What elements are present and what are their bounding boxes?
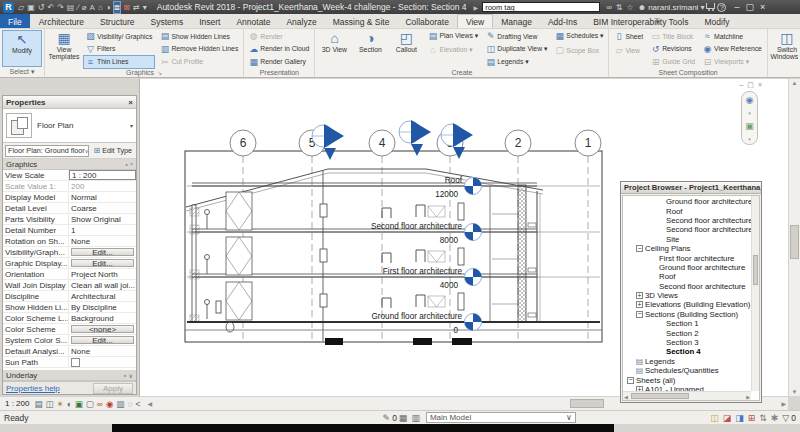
view-control-icon[interactable]: ◫: [46, 398, 54, 410]
zoom-icon[interactable]: ▣: [745, 121, 754, 131]
ribbon-small-button[interactable]: ▽Filters: [84, 43, 154, 55]
tree-expand-icon[interactable]: [636, 367, 643, 374]
scroll-thumb[interactable]: [570, 399, 604, 408]
tree-item[interactable]: Section 3: [623, 338, 759, 347]
view-control-icon[interactable]: ▣: [75, 398, 83, 410]
minimize-button[interactable]: –: [734, 2, 739, 12]
tree-item[interactable]: Sheets (all): [623, 375, 759, 384]
qat-icon[interactable]: ↺: [38, 2, 45, 13]
ribbon-small-button[interactable]: ◫Duplicate View ▾: [484, 43, 549, 55]
help-icon[interactable]: ?: [717, 3, 726, 12]
dialog-launcher-icon[interactable]: ↘: [157, 69, 162, 76]
type-selector[interactable]: Floor Plan ▾: [3, 109, 136, 143]
status-icon[interactable]: ◫: [710, 413, 719, 423]
tree-item[interactable]: Second floor architecture: [623, 216, 759, 225]
tree-expand-icon[interactable]: [650, 283, 657, 290]
ribbon-tab[interactable]: Systems: [143, 14, 192, 28]
ribbon-small-button[interactable]: ▭Title Block: [649, 30, 697, 42]
property-value[interactable]: By Discipline: [69, 302, 136, 312]
titlebar-icon[interactable]: ☻: [638, 3, 646, 12]
ribbon-small-button[interactable]: ⊟Viewports ▾: [701, 56, 764, 68]
property-value[interactable]: [69, 357, 136, 367]
qat-icon[interactable]: ◑: [106, 2, 111, 13]
browser-vertical-scrollbar[interactable]: [751, 196, 759, 391]
ribbon-tab[interactable]: View: [457, 14, 493, 28]
scroll-down-icon[interactable]: ▼: [789, 389, 800, 395]
qat-icon[interactable]: ⌂: [98, 2, 103, 13]
property-value[interactable]: 1: [69, 225, 136, 235]
canvas-vertical-scrollbar[interactable]: ▲ ▼: [788, 79, 800, 396]
level-name[interactable]: Roof: [445, 176, 463, 185]
view-minimize-icon[interactable]: –: [739, 81, 743, 89]
status-icon[interactable]: ✱: [771, 413, 779, 423]
status-icon[interactable]: ⊞: [748, 413, 756, 423]
edit-type-button[interactable]: ⊞ Edit Type: [91, 146, 134, 155]
editable-only-icon[interactable]: ✎: [383, 413, 391, 423]
status-icon[interactable]: ▦: [399, 413, 408, 423]
grid-bubble-label[interactable]: 4: [379, 136, 386, 150]
titlebar-icon[interactable]: ⇅: [616, 3, 623, 12]
view-restore-icon[interactable]: ▢: [747, 81, 754, 89]
ribbon-small-button[interactable]: ▢Scope Box: [553, 44, 605, 56]
status-icon[interactable]: ◨: [735, 413, 744, 423]
tree-expand-icon[interactable]: [636, 358, 643, 365]
ribbon-small-button[interactable]: ≈Matchline: [701, 30, 764, 42]
scroll-up-icon[interactable]: ▲: [789, 80, 800, 86]
qat-icon[interactable]: ⊠: [123, 2, 130, 13]
tree-item[interactable]: Ground floor architecture: [623, 263, 759, 272]
ribbon-small-button[interactable]: ✂Cut Profile: [158, 56, 240, 68]
ribbon-tab[interactable]: Analyze: [278, 14, 324, 28]
panel-label-select[interactable]: Select ▾: [0, 68, 44, 77]
property-value[interactable]: <none>: [71, 325, 134, 333]
qat-icon[interactable]: ∕: [77, 2, 78, 13]
property-value[interactable]: Project North: [69, 269, 136, 279]
property-value[interactable]: Edit...: [71, 336, 134, 344]
tree-expand-icon[interactable]: [657, 226, 664, 233]
tree-expand-icon[interactable]: [650, 264, 657, 271]
tree-item[interactable]: Legends: [623, 357, 759, 366]
tree-item[interactable]: Second floor architecture Copy: [623, 225, 759, 234]
user-caret-icon[interactable]: ▾: [700, 3, 704, 12]
graphics-section-header[interactable]: Graphics: [6, 160, 37, 169]
ribbon-small-button[interactable]: ▤Show Hidden Lines: [158, 30, 240, 42]
level-elevation[interactable]: 0: [453, 326, 458, 335]
tree-item[interactable]: Ceiling Plans: [623, 244, 759, 253]
status-icon[interactable]: ⇅: [759, 413, 767, 423]
qat-icon[interactable]: ⇄: [133, 2, 140, 13]
tree-expand-icon[interactable]: [657, 198, 664, 205]
tree-item[interactable]: Elevations (Building Elevation): [623, 300, 759, 309]
search-history-icon[interactable]: ▶: [474, 4, 479, 11]
view-control-icon[interactable]: ◐: [67, 398, 72, 410]
property-value[interactable]: None: [69, 236, 136, 246]
ribbon-small-button[interactable]: ▦Render Gallery: [247, 56, 311, 68]
property-value[interactable]: Clean all wall joi...: [69, 280, 136, 290]
level-name[interactable]: Second floor architecture: [371, 222, 462, 231]
status-icon[interactable]: ▽: [782, 413, 789, 423]
ribbon-small-button[interactable]: ⊞Guide Grid: [649, 56, 697, 68]
browser-horizontal-scrollbar[interactable]: ◀▶: [623, 391, 751, 400]
ribbon-small-button[interactable]: ▤Legends ▾: [484, 56, 549, 68]
tree-expand-icon[interactable]: [650, 273, 657, 280]
tree-expand-icon[interactable]: [657, 339, 664, 346]
ribbon-tab[interactable]: Collaborate: [397, 14, 456, 28]
tree-expand-icon[interactable]: [657, 236, 664, 243]
ribbon-tab[interactable]: Architecture: [31, 14, 92, 28]
revit-logo-icon[interactable]: R: [3, 2, 14, 13]
level-elevation[interactable]: 12000: [435, 190, 458, 199]
tree-expand-icon[interactable]: [657, 330, 664, 337]
ribbon-tab[interactable]: File: [0, 14, 30, 28]
chevron-down-icon[interactable]: ▾: [748, 136, 751, 142]
section-collapse-icon[interactable]: ‣ ∨: [123, 372, 133, 379]
ribbon-options-icon[interactable]: ▾: [652, 14, 664, 29]
underlay-section-header[interactable]: Underlay: [6, 371, 37, 380]
tree-item[interactable]: Ground floor architecture Copy: [623, 197, 759, 206]
tree-item[interactable]: Section 1: [623, 319, 759, 328]
tree-expand-icon[interactable]: [657, 217, 664, 224]
ribbon-small-button[interactable]: ◉View Reference: [701, 43, 764, 55]
tree-item[interactable]: First floor architecture: [623, 253, 759, 262]
close-button[interactable]: ×: [760, 2, 765, 12]
design-option-select[interactable]: Main Model ∨: [426, 412, 576, 423]
exchange-store-icon[interactable]: [706, 3, 715, 9]
level-name[interactable]: First floor architecture: [383, 267, 463, 276]
tree-expand-icon[interactable]: [657, 348, 664, 355]
